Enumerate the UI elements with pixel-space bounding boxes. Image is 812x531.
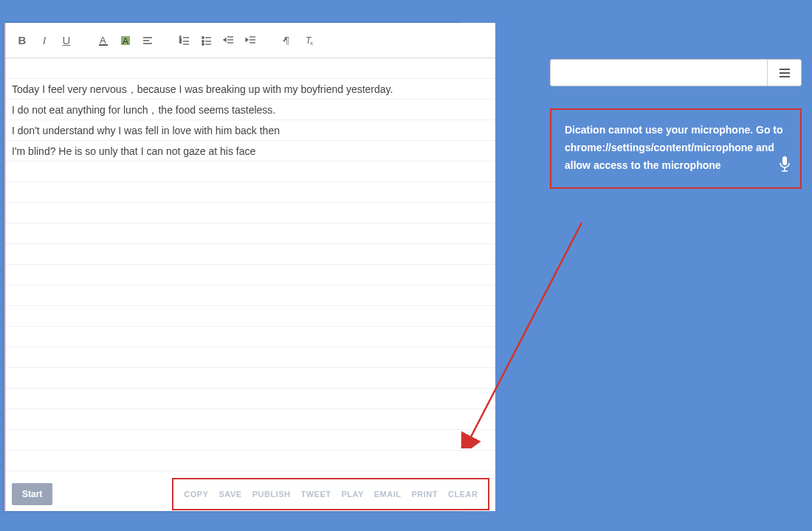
svg-point-12 [202, 36, 204, 38]
svg-rect-33 [782, 156, 787, 165]
start-button[interactable]: Start [12, 483, 52, 505]
play-button[interactable]: PLAY [341, 490, 363, 499]
print-button[interactable]: PRINT [412, 490, 438, 499]
text-content: Today I feel very nervous，because I was … [6, 58, 495, 162]
clear-button[interactable]: CLEAR [448, 490, 478, 499]
tweet-button[interactable]: TWEET [300, 490, 331, 499]
font-color-button[interactable]: A [93, 30, 114, 51]
search-input[interactable] [551, 60, 767, 86]
email-button[interactable]: EMAIL [374, 490, 402, 499]
underline-button[interactable]: U [56, 30, 77, 51]
unordered-list-button[interactable] [196, 30, 217, 51]
svg-text:A: A [123, 36, 128, 46]
microphone-error: Dication cannot use your microphone. Go … [550, 108, 802, 189]
error-message: Dication cannot use your microphone. Go … [565, 124, 783, 171]
editor-bottom-bar: Start COPY SAVE PUBLISH TWEET PLAY EMAIL… [6, 477, 495, 511]
publish-button[interactable]: PUBLISH [252, 490, 291, 499]
editor-panel: B I U A A 12 [4, 23, 461, 511]
svg-rect-1 [99, 44, 108, 46]
outdent-button[interactable] [219, 30, 239, 51]
bold-button[interactable]: B [12, 30, 32, 51]
menu-button[interactable] [767, 60, 801, 86]
notebook-margin [4, 23, 5, 511]
search-bar [550, 59, 802, 86]
italic-button[interactable]: I [34, 30, 55, 51]
svg-point-14 [202, 43, 204, 44]
indent-button[interactable] [241, 30, 261, 51]
microphone-icon [778, 156, 791, 179]
save-button[interactable]: SAVE [219, 490, 242, 499]
clear-format-button[interactable]: Tx [300, 30, 320, 51]
copy-button[interactable]: COPY [184, 490, 208, 499]
svg-text:¶: ¶ [284, 35, 289, 46]
action-toolbar: COPY SAVE PUBLISH TWEET PLAY EMAIL PRINT… [172, 478, 489, 510]
svg-text:x: x [310, 40, 313, 46]
hamburger-icon [777, 66, 792, 80]
highlight-button[interactable]: A [115, 30, 136, 51]
svg-text:A: A [100, 35, 106, 46]
editor-content[interactable]: Today I feel very nervous，because I was … [6, 58, 495, 477]
align-button[interactable] [137, 30, 158, 51]
text-line[interactable]: Today I feel very nervous，because I was … [6, 79, 495, 100]
text-line[interactable]: I do not eat anything for lunch，the food… [6, 100, 495, 120]
right-panel: Dication cannot use your microphone. Go … [550, 59, 802, 189]
svg-marker-21 [224, 38, 226, 41]
text-line[interactable]: I'm blind? He is so unly that I can not … [6, 141, 495, 162]
editor-toolbar: B I U A A 12 [6, 23, 495, 58]
editor-body: B I U A A 12 [6, 23, 495, 511]
text-line[interactable]: I don't understand why I was fell in lov… [6, 120, 495, 141]
svg-point-13 [202, 40, 204, 41]
rtl-button[interactable]: ¶ [278, 30, 298, 51]
ordered-list-button[interactable]: 12 [174, 30, 195, 51]
svg-marker-25 [246, 38, 248, 41]
svg-text:2: 2 [179, 39, 182, 44]
